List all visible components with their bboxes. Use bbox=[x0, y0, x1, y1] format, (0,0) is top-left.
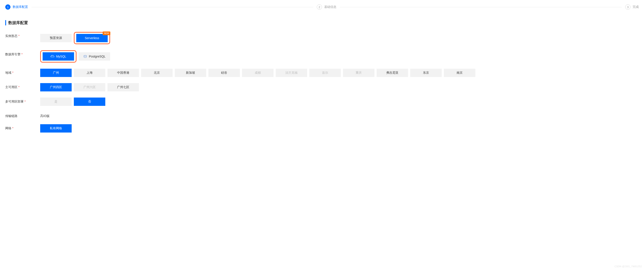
option-label: MySQL bbox=[56, 55, 66, 58]
step-2[interactable]: 2 基础信息 bbox=[317, 4, 336, 10]
mysql-icon bbox=[50, 55, 54, 58]
new-badge: NEW bbox=[103, 32, 110, 35]
option-network-vpc[interactable]: 私有网络 bbox=[40, 124, 72, 133]
row-instance-form: 实例形态 预置资源 Serverless NEW bbox=[5, 32, 639, 44]
row-multi-az: 多可用区部署 是 否 bbox=[5, 98, 639, 106]
option-region-guangzhou[interactable]: 广州 bbox=[40, 69, 72, 77]
option-region-beijing[interactable]: 北京 bbox=[141, 69, 172, 77]
section-title: 数据库配置 bbox=[5, 20, 639, 25]
annotation-highlight-serverless: Serverless NEW bbox=[74, 32, 110, 44]
postgresql-icon bbox=[83, 55, 87, 58]
option-postgresql[interactable]: PostgreSQL bbox=[79, 52, 110, 61]
label-transport: 传输链路 bbox=[5, 112, 40, 118]
step-divider bbox=[340, 7, 622, 7]
option-region-singapore[interactable]: 新加坡 bbox=[175, 69, 206, 77]
option-region-seoul: 首尔 bbox=[309, 69, 341, 77]
option-region-virginia[interactable]: 弗吉尼亚 bbox=[376, 69, 408, 77]
option-label: Serverless bbox=[85, 36, 99, 40]
option-region-siliconvalley[interactable]: 硅谷 bbox=[208, 69, 240, 77]
step-3[interactable]: 3 完成 bbox=[625, 4, 639, 10]
row-db-engine: 数据库引擎 MySQL bbox=[5, 50, 639, 63]
step-divider bbox=[32, 7, 313, 7]
label-primary-az: 主可用区 bbox=[5, 83, 40, 89]
option-mysql[interactable]: MySQL bbox=[42, 52, 74, 61]
label-multi-az: 多可用区部署 bbox=[5, 98, 40, 104]
step-number: 2 bbox=[317, 4, 322, 10]
label-network: 网络 bbox=[5, 124, 40, 130]
value-transport: 高IO版 bbox=[40, 112, 639, 118]
svg-point-0 bbox=[84, 55, 86, 56]
option-region-chengdu: 成都 bbox=[242, 69, 274, 77]
option-region-tokyo[interactable]: 东京 bbox=[410, 69, 442, 77]
option-region-nanjing[interactable]: 南京 bbox=[444, 69, 475, 77]
option-label: PostgreSQL bbox=[89, 55, 106, 58]
step-label: 数据库配置 bbox=[13, 5, 28, 9]
step-label: 基础信息 bbox=[324, 5, 336, 9]
option-region-chongqing: 重庆 bbox=[343, 69, 374, 77]
option-region-shanghai[interactable]: 上海 bbox=[74, 69, 105, 77]
option-multiaz-no[interactable]: 否 bbox=[74, 98, 105, 106]
option-preset-resources[interactable]: 预置资源 bbox=[40, 34, 72, 42]
option-region-hongkong[interactable]: 中国香港 bbox=[108, 69, 139, 77]
label-region: 地域 bbox=[5, 69, 40, 75]
step-number: 1 bbox=[5, 4, 10, 10]
row-primary-az: 主可用区 广州四区 广州六区 广州七区 bbox=[5, 83, 639, 91]
option-multiaz-yes: 是 bbox=[40, 98, 72, 106]
step-label: 完成 bbox=[633, 5, 639, 9]
label-instance-form: 实例形态 bbox=[5, 32, 40, 38]
wizard-steps: 1 数据库配置 2 基础信息 3 完成 bbox=[5, 4, 639, 10]
annotation-highlight-mysql: MySQL bbox=[40, 50, 76, 63]
row-region: 地域 广州 上海 中国香港 北京 新加坡 硅谷 成都 法兰克福 首尔 重庆 弗吉… bbox=[5, 69, 639, 77]
step-1[interactable]: 1 数据库配置 bbox=[5, 4, 28, 10]
option-az-gz7[interactable]: 广州七区 bbox=[108, 83, 139, 91]
option-serverless[interactable]: Serverless NEW bbox=[76, 34, 108, 42]
row-transport: 传输链路 高IO版 bbox=[5, 112, 639, 118]
label-db-engine: 数据库引擎 bbox=[5, 50, 40, 56]
option-az-gz4[interactable]: 广州四区 bbox=[40, 83, 72, 91]
row-network: 网络 私有网络 bbox=[5, 124, 639, 133]
step-number: 3 bbox=[625, 4, 630, 10]
option-region-frankfurt: 法兰克福 bbox=[276, 69, 307, 77]
option-az-gz6: 广州六区 bbox=[74, 83, 105, 91]
